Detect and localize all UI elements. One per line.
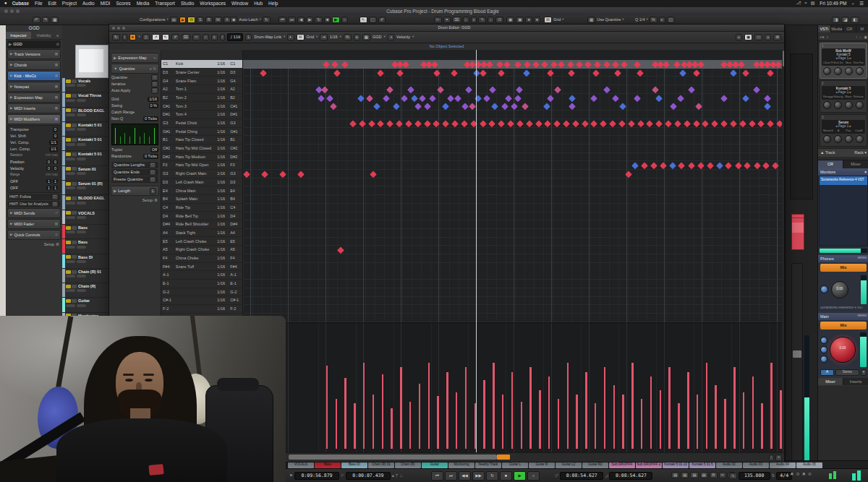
note-diamond[interactable] — [569, 103, 576, 110]
note-diamond[interactable] — [535, 120, 542, 126]
velocity-bar[interactable] — [604, 367, 606, 449]
configurations-chevron-icon[interactable]: ▾ — [166, 18, 168, 22]
rewind-button[interactable]: ◀ — [297, 17, 305, 23]
note-diamond[interactable] — [337, 247, 344, 254]
drum-map-row[interactable]: A2Tom 11/16A2 — [161, 85, 242, 94]
note-diamond[interactable] — [447, 95, 454, 101]
track-chip[interactable]: Chain (R) 01 — [368, 462, 394, 468]
note-diamond[interactable] — [637, 69, 643, 76]
status-icons[interactable]: ⎇ ≈ ▧ — [796, 1, 814, 6]
mute-button[interactable] — [66, 152, 71, 156]
inspector-section-expression-map[interactable]: ▶Expression Map▦ — [7, 92, 61, 103]
glue-tool[interactable]: ⚭ — [443, 17, 451, 23]
inspector-section-kick-mixco[interactable]: ▶Kick - MixCo▦ — [7, 71, 61, 81]
lock-icon[interactable]: 🔒︎ — [392, 473, 394, 478]
drum-map-row[interactable]: D#1Tom 41/16D#1 — [161, 111, 242, 119]
note-diamond[interactable] — [735, 163, 741, 169]
velocity-bar[interactable] — [539, 390, 541, 449]
drum-map-row[interactable]: B2Tom 21/16B2 — [161, 94, 242, 103]
note-diamond[interactable] — [261, 171, 268, 177]
drum-map-row[interactable]: A-11/16A-1 — [161, 271, 242, 280]
toggle-button[interactable]: ▢ — [151, 81, 158, 87]
track-chip[interactable]: VOCALS — [288, 462, 314, 468]
inspector-section-midi-fader[interactable]: ▶MIDI Fader▥ — [7, 219, 61, 229]
hzoom-in-button[interactable]: + — [775, 455, 782, 461]
length-section[interactable]: ▶ Length L — [111, 186, 159, 196]
transport-cycle[interactable]: ↻ — [486, 471, 498, 481]
random-row[interactable]: Position00 — [8, 159, 60, 165]
velocity-bar[interactable] — [752, 376, 754, 449]
drum-map-row[interactable]: F-21/16F-2 — [161, 305, 242, 314]
note-diamond[interactable] — [679, 69, 686, 76]
track-chip[interactable]: Sub DROP/FF 2 — [636, 462, 662, 468]
note-diamond[interactable] — [764, 95, 770, 101]
length-link-button[interactable]: L — [245, 34, 252, 40]
goto-start-button[interactable]: ⏮︎ — [278, 17, 286, 23]
drum-map-row[interactable]: D#2Hats Tip Medium1/16D#2 — [161, 153, 242, 162]
note-diamond[interactable] — [772, 163, 778, 169]
wifi-icon[interactable]: ≈ — [804, 1, 807, 6]
inspector-track-name[interactable]: GGD — [13, 42, 22, 46]
menu-item-file[interactable]: File — [35, 1, 42, 7]
note-diamond[interactable] — [387, 120, 393, 126]
hmt-toggle[interactable]: ▢ — [51, 201, 59, 207]
goto-end-button[interactable]: ⏭︎ — [288, 17, 296, 23]
editor-close-button[interactable] — [112, 27, 115, 30]
note-diamond[interactable] — [603, 61, 610, 67]
note-diamond[interactable] — [754, 163, 760, 169]
note-diamond[interactable] — [614, 69, 621, 76]
mute-button[interactable] — [66, 182, 71, 186]
inspector-section-track-versions[interactable]: ▶Track Versions▦ — [7, 49, 61, 59]
velocity-bar[interactable] — [344, 378, 346, 449]
right-locator-display[interactable]: 0:08:54.627 — [609, 472, 652, 480]
velocity-bar[interactable] — [382, 374, 384, 449]
apply-icon[interactable]: ▢ — [149, 169, 156, 176]
drum-map-row[interactable]: B4Splash Main1/16B4 — [161, 195, 242, 204]
transport-play[interactable]: ▶ — [514, 471, 526, 481]
note-diamond[interactable] — [726, 163, 732, 169]
note-diamond[interactable] — [637, 120, 644, 126]
main-ref-knob[interactable] — [820, 346, 827, 353]
note-diamond[interactable] — [383, 95, 390, 101]
note-diamond[interactable] — [753, 86, 760, 92]
note-diamond[interactable] — [461, 120, 467, 126]
track-mini-button[interactable] — [77, 246, 86, 249]
downmix-more-button[interactable]: ▾ — [861, 369, 867, 376]
note-diamond[interactable] — [491, 103, 498, 110]
note-diamond[interactable] — [656, 95, 663, 101]
note-diamond[interactable] — [567, 61, 574, 67]
track-row[interactable]: Vocal Throw — [62, 92, 109, 107]
tempo-display[interactable]: 135.000 — [739, 472, 770, 480]
mute-button[interactable] — [66, 138, 71, 142]
note-diamond[interactable] — [558, 61, 565, 67]
parameter-knob[interactable] — [845, 101, 853, 109]
quantize-toggle-iterative[interactable]: Iterative▢ — [109, 81, 161, 87]
marker-dot-4[interactable]: ● — [534, 17, 540, 23]
note-diamond[interactable] — [610, 120, 616, 126]
note-diamond[interactable] — [244, 171, 250, 177]
transport-goto-end[interactable]: ⏭︎ — [445, 471, 457, 481]
zoom-mode-a-button[interactable]: ▣ — [744, 34, 752, 40]
track-mini-button[interactable] — [77, 289, 86, 292]
find-instrument-icon[interactable]: ⌕ — [826, 35, 828, 39]
note-diamond[interactable] — [674, 120, 681, 126]
marker-dot-2[interactable]: ▣ — [516, 17, 524, 23]
note-diamond[interactable] — [730, 120, 736, 126]
editor-qpanel-button[interactable]: e — [354, 34, 360, 40]
note-diamond[interactable] — [373, 103, 380, 110]
track-mini-button[interactable] — [66, 172, 75, 175]
modifier-row-len-comp-[interactable]: Len. Comp.1/1 — [8, 146, 60, 152]
punch-in-icon[interactable]: T — [396, 473, 398, 478]
note-diamond[interactable] — [524, 61, 531, 67]
menu-item-edit[interactable]: Edit — [48, 1, 56, 7]
solo-button[interactable] — [72, 182, 77, 186]
bluetooth-icon[interactable]: ⎇ — [796, 1, 801, 6]
editor-cut-tool[interactable]: ✂︎ — [192, 34, 200, 40]
parameter-knob[interactable] — [834, 67, 842, 75]
mute-tool[interactable]: x — [471, 17, 477, 23]
note-diamond[interactable] — [415, 103, 422, 110]
track-mini-button[interactable] — [66, 84, 75, 87]
value-field[interactable]: 1/16 — [148, 97, 158, 101]
undo-button[interactable]: ↶ — [33, 17, 41, 23]
mute-button[interactable] — [66, 167, 71, 171]
